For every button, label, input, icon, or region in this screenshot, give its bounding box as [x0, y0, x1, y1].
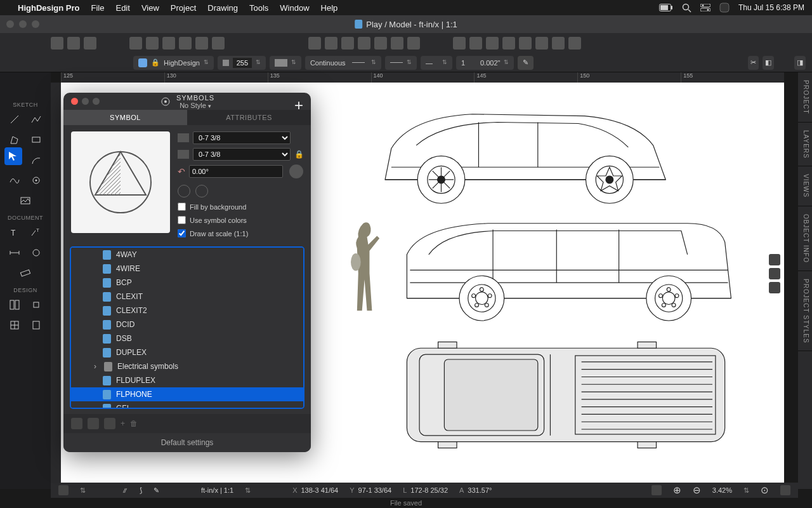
- scale-checkbox[interactable]: [178, 229, 186, 237]
- toolbar-icon[interactable]: [146, 37, 159, 50]
- tab-layers[interactable]: LAYERS: [798, 123, 812, 167]
- panel-window-controls[interactable]: [71, 98, 100, 105]
- toolbar-icon[interactable]: [162, 37, 175, 50]
- symbol-item[interactable]: 4WIRE: [71, 262, 303, 276]
- toolbar-icon[interactable]: [325, 37, 337, 50]
- clock[interactable]: Thu Jul 15 6:38 PM: [738, 3, 804, 12]
- battery-icon[interactable]: [659, 4, 673, 11]
- toolbar-icon[interactable]: [502, 37, 515, 50]
- zoom-in-icon[interactable]: ⊕: [673, 485, 681, 496]
- control-center-icon[interactable]: [700, 4, 710, 11]
- toolbar-icon[interactable]: [129, 37, 142, 50]
- toolbar-icon[interactable]: [84, 37, 96, 50]
- rect-tool[interactable]: [27, 131, 45, 149]
- toolbar-icon[interactable]: [391, 37, 403, 50]
- pan-icon[interactable]: [769, 254, 780, 265]
- pin-icon[interactable]: [780, 485, 790, 495]
- toolbar-icon[interactable]: [407, 37, 420, 50]
- toolbar-icon[interactable]: [552, 37, 565, 50]
- column-tool[interactable]: [27, 296, 45, 314]
- tab-project-styles[interactable]: PROJECT STYLES: [798, 271, 812, 352]
- symbol-item[interactable]: GFI: [71, 401, 303, 409]
- toolbar-icon[interactable]: [486, 37, 499, 50]
- tab-views[interactable]: VIEWS: [798, 166, 812, 206]
- symbol-item[interactable]: FLPHONE: [71, 387, 303, 401]
- pen-icon[interactable]: ✎: [154, 486, 159, 495]
- tab-project[interactable]: PROJECT: [798, 72, 812, 123]
- window-controls[interactable]: [6, 20, 39, 28]
- delete-button[interactable]: 🗑: [130, 419, 138, 428]
- pushpin-icon[interactable]: [58, 485, 69, 495]
- menu-view[interactable]: View: [141, 3, 159, 13]
- toolbar-icon[interactable]: [179, 37, 192, 50]
- arc-tool[interactable]: [27, 151, 45, 169]
- zoom-value[interactable]: 3.42%: [712, 486, 732, 494]
- import-button[interactable]: [88, 418, 99, 429]
- toolbar-icon[interactable]: [568, 37, 581, 50]
- annotation-tool[interactable]: T: [27, 224, 45, 241]
- opacity-field[interactable]: ⇅: [218, 56, 266, 70]
- insert-tool[interactable]: [27, 171, 45, 189]
- symbol-item[interactable]: 4WAY: [71, 248, 303, 262]
- zoom-icon[interactable]: [769, 268, 780, 279]
- door-tool[interactable]: [27, 316, 45, 334]
- fill-bg-checkbox[interactable]: [178, 203, 186, 211]
- menu-drawing[interactable]: Drawing: [207, 3, 238, 13]
- width-select[interactable]: 0-7 3/8: [193, 131, 291, 144]
- height-select[interactable]: 0-7 3/8: [193, 148, 291, 161]
- add-symbol-button[interactable]: +: [294, 97, 303, 114]
- curve-tool[interactable]: [6, 171, 23, 189]
- text-tool[interactable]: T: [6, 224, 23, 241]
- tab-attributes[interactable]: ATTRIBUTES: [187, 110, 311, 125]
- thickness-field[interactable]: 10.002"⇅: [456, 56, 514, 70]
- add-button[interactable]: +: [121, 419, 125, 428]
- toolbar-icon[interactable]: [341, 37, 354, 50]
- grid-icon[interactable]: [652, 485, 662, 495]
- menu-project[interactable]: Project: [171, 3, 196, 13]
- export-button[interactable]: [104, 418, 115, 429]
- edit-button[interactable]: ✎: [518, 56, 534, 70]
- siri-icon[interactable]: [719, 3, 730, 13]
- image-tool[interactable]: [16, 192, 34, 210]
- symbol-item[interactable]: DSB: [71, 331, 303, 345]
- tab-symbol[interactable]: SYMBOL: [63, 110, 187, 125]
- dimension-tool[interactable]: [6, 244, 23, 262]
- arrow-tool[interactable]: [4, 147, 22, 165]
- tab-object-info[interactable]: OBJECT INFO: [798, 206, 812, 271]
- toolbar-icon[interactable]: [195, 37, 208, 50]
- endcap-selector[interactable]: —⇅: [421, 56, 452, 70]
- menu-tools[interactable]: Tools: [249, 3, 268, 13]
- tag-tool[interactable]: [27, 244, 45, 262]
- symbol-item[interactable]: DUPLEX: [71, 345, 303, 359]
- folder-button[interactable]: [71, 418, 82, 429]
- wall-tool[interactable]: [6, 296, 23, 314]
- symbol-list[interactable]: 4WAY4WIREBCPCLEXITCLEXIT2DCIDDSBDUPLEXEl…: [70, 246, 304, 409]
- line-tool[interactable]: [6, 110, 23, 128]
- zoom-out-icon[interactable]: ⊖: [693, 485, 701, 496]
- menu-help[interactable]: Help: [321, 3, 338, 13]
- tool-icon[interactable]: ◧: [763, 56, 774, 70]
- app-name[interactable]: HighDesign Pro: [18, 3, 80, 13]
- fill-selector[interactable]: ⇅: [270, 56, 301, 70]
- toolbar-icon[interactable]: [308, 37, 321, 50]
- lineweight-selector[interactable]: ⇅: [385, 56, 417, 70]
- toolbar-icon[interactable]: [358, 37, 370, 50]
- toolbar-icon[interactable]: [469, 37, 482, 50]
- window-tool[interactable]: [6, 316, 23, 334]
- symbol-item[interactable]: CLEXIT2: [71, 304, 303, 318]
- polyline-tool[interactable]: [27, 110, 45, 128]
- measure-tool[interactable]: [16, 264, 34, 282]
- symbol-item[interactable]: DCID: [71, 318, 303, 331]
- menu-file[interactable]: File: [91, 3, 105, 13]
- toolbar-icon[interactable]: [67, 37, 80, 50]
- marker-icon[interactable]: ⟆: [140, 486, 142, 495]
- symbol-item[interactable]: BCP: [71, 276, 303, 290]
- symbol-item[interactable]: CLEXIT: [71, 290, 303, 304]
- symbol-colors-checkbox[interactable]: [178, 216, 186, 224]
- menu-edit[interactable]: Edit: [115, 3, 129, 13]
- flip-v-icon[interactable]: [195, 185, 208, 197]
- toolbar-icon[interactable]: [519, 37, 532, 50]
- default-settings-label[interactable]: Default settings: [63, 433, 311, 452]
- menu-window[interactable]: Window: [280, 3, 309, 13]
- scale-display[interactable]: ft-in/x | 1:1: [201, 486, 233, 494]
